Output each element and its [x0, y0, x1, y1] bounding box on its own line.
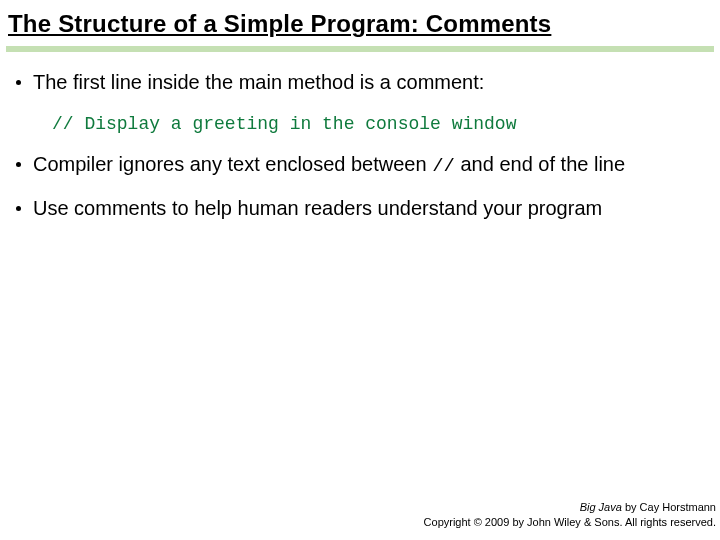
bullet-item: Compiler ignores any text enclosed betwe… [16, 152, 702, 178]
bullet-dot-icon [16, 80, 21, 85]
footer-line-1: Big Java by Cay Horstmann [424, 500, 716, 515]
bullet-text-pre: Compiler ignores any text enclosed betwe… [33, 153, 432, 175]
footer-copyright: Copyright © 2009 by John Wiley & Sons. A… [424, 515, 716, 530]
bullet-item: Use comments to help human readers under… [16, 196, 702, 222]
bullet-text: The first line inside the main method is… [33, 70, 702, 96]
footer-byline: by Cay Horstmann [622, 501, 716, 513]
slide-content: The first line inside the main method is… [6, 70, 714, 222]
bullet-dot-icon [16, 206, 21, 211]
bullet-dot-icon [16, 162, 21, 167]
bullet-text-post: and end of the line [455, 153, 625, 175]
bullet-item: The first line inside the main method is… [16, 70, 702, 96]
slide-footer: Big Java by Cay Horstmann Copyright © 20… [424, 500, 716, 530]
code-comment-example: // Display a greeting in the console win… [52, 114, 702, 134]
slide: The Structure of a Simple Program: Comme… [0, 0, 720, 540]
footer-book-title: Big Java [580, 501, 622, 513]
inline-code-slashes: // [432, 155, 455, 177]
bullet-text: Compiler ignores any text enclosed betwe… [33, 152, 702, 178]
slide-title: The Structure of a Simple Program: Comme… [6, 8, 714, 44]
title-underline-bar [6, 46, 714, 52]
bullet-text: Use comments to help human readers under… [33, 196, 702, 222]
